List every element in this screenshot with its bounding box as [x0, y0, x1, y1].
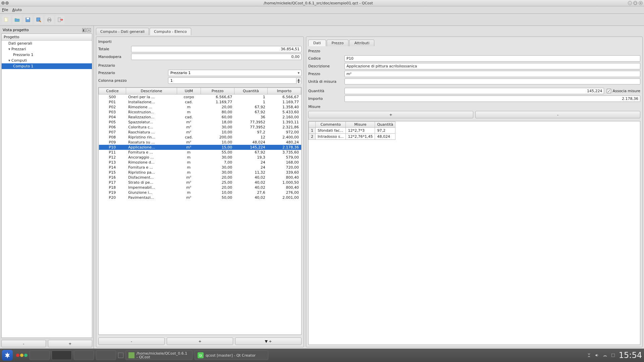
tab-dati-generali[interactable]: Computo - Dati generali — [96, 28, 149, 35]
clipboard-tray-icon[interactable] — [587, 353, 591, 358]
column-header[interactable] — [309, 122, 316, 128]
column-header[interactable]: Codice — [99, 88, 126, 95]
new-icon[interactable] — [2, 15, 11, 24]
column-header[interactable]: UdM — [177, 88, 201, 95]
taskbar-item-qtcreator[interactable]: Qt qcost [master] - Qt Creator — [195, 351, 268, 360]
saveas-icon[interactable] — [34, 15, 43, 24]
tab-elenco[interactable]: Computo - Elenco — [150, 28, 191, 35]
save-icon[interactable] — [23, 15, 32, 24]
table-row[interactable]: P18Impermeabil...m²20,0040,02800,40 — [99, 185, 301, 190]
table-row[interactable]: P11Fornitura e ...m55,0067,923.735,60 — [99, 150, 301, 155]
table-row[interactable]: P13Rimozione d...m7,0024168,00 — [99, 160, 301, 165]
importo-field[interactable]: 2.178,36 — [344, 96, 640, 102]
clock[interactable]: 15:54 — [619, 351, 642, 360]
tree-item[interactable]: Computo 1 — [2, 63, 92, 69]
misure-add-button[interactable]: + — [308, 111, 473, 118]
associa-checkbox[interactable]: ✓ Associa misure — [607, 89, 640, 93]
computo-table[interactable]: CodiceDescrizioneUdMPrezzoQuantitàImport… — [98, 87, 302, 335]
tree-item[interactable]: Prezzario 1 — [2, 52, 92, 58]
table-row[interactable]: P02Rimozione ...m20,0067,921.358,40 — [99, 105, 301, 110]
table-row[interactable]: P16Disfaciment...m²20,0040,02800,40 — [99, 175, 301, 180]
svg-rect-8 — [128, 352, 135, 358]
table-row[interactable]: P04Realizzazion...cad.60,00362.160,00 — [99, 115, 301, 120]
table-row[interactable]: P15Ripristino pa...m30,0011,32339,60 — [99, 170, 301, 175]
exit-icon[interactable] — [56, 15, 64, 24]
pager-slot[interactable] — [96, 351, 116, 360]
menu-aiuto[interactable]: Aiuto — [12, 8, 22, 12]
column-header[interactable]: Misure — [346, 122, 375, 128]
detail-tab-prezzo[interactable]: Prezzo — [327, 40, 349, 46]
misure-remove-button[interactable]: - — [475, 111, 640, 118]
codice-field[interactable]: P10 — [344, 55, 640, 62]
tree-item[interactable]: Dati generali — [2, 41, 92, 46]
tree-remove-button[interactable]: - — [1, 340, 46, 347]
print-icon[interactable] — [45, 15, 54, 24]
table-row[interactable]: P06Coloritura c...m²30,0077,39522.321,86 — [99, 125, 301, 130]
pager-slot[interactable] — [30, 351, 50, 360]
colonna-prezzo-spinner[interactable]: 1 ▲▼ — [168, 77, 302, 84]
panel-close-icon[interactable]: × — [87, 28, 91, 32]
svg-text:Qt: Qt — [199, 354, 202, 357]
row-more-button[interactable]: ▼ + — [235, 338, 302, 345]
table-row[interactable]: S00Oneri per la ...corpo6.566,6716.566,6… — [99, 95, 301, 100]
quantita-field[interactable]: 145,224 — [344, 88, 604, 94]
prezzo-group-label: Prezzo — [308, 49, 640, 53]
table-row[interactable]: P12Ancoraggio ...m30,0019,3579,00 — [99, 155, 301, 160]
network-tray-icon[interactable] — [603, 353, 607, 358]
column-header[interactable]: Quantità — [375, 122, 395, 128]
detail-tab-attributi[interactable]: Attributi — [349, 40, 374, 46]
volume-tray-icon[interactable] — [595, 353, 599, 358]
open-icon[interactable] — [13, 15, 21, 24]
descrizione-field[interactable]: Applicazione di pittura acrilsilossanica — [344, 63, 640, 69]
pager-slot[interactable] — [74, 351, 94, 360]
detail-pane: Dati Prezzo Attributi Prezzo CodiceP10 D… — [306, 37, 643, 347]
window-pin-icon[interactable] — [5, 1, 9, 5]
table-row[interactable]: P17Strato di pe...m²25,0040,021.000,50 — [99, 180, 301, 185]
column-header[interactable]: Importo — [267, 88, 301, 95]
prezzario-combo[interactable]: Prezzario 1 — [168, 70, 302, 76]
desktop-pager[interactable] — [16, 354, 28, 357]
table-row[interactable]: P03Ricostruzion...m80,0067,925.433,60 — [99, 110, 301, 115]
totale-field[interactable]: 36.854,51 — [131, 46, 302, 52]
window-menu-icon[interactable] — [1, 1, 5, 5]
row-remove-button[interactable]: - — [98, 338, 165, 345]
prezzo-field[interactable]: m² — [344, 71, 640, 77]
kde-start-button[interactable] — [2, 350, 13, 361]
tree-add-button[interactable]: + — [48, 340, 93, 347]
table-row[interactable]: P20Pavimentazi...m²50,0040,022.001,00 — [99, 195, 301, 200]
table-row[interactable]: 1Sfondati fac...12*2,7*397,2 — [309, 128, 395, 134]
table-row[interactable]: P19Giunzione i...m10,0027,6276,00 — [99, 190, 301, 195]
table-row[interactable]: P07Raschiatura ...m²10,0097,2972,00 — [99, 130, 301, 135]
misure-table[interactable]: CommentoMisureQuantità 1Sfondati fac...1… — [309, 121, 395, 140]
table-row[interactable]: P08Ripristino rin...cad.200,00122.400,00 — [99, 135, 301, 140]
prezzario-group-label: Prezzario — [98, 63, 302, 68]
table-row[interactable]: P05Spazzolatur...m²18,0077,39521.393,11 — [99, 120, 301, 125]
tree-item[interactable]: Prezzari — [2, 46, 92, 52]
row-add-button[interactable]: + — [167, 338, 233, 345]
menu-file[interactable]: File — [2, 8, 8, 12]
pager-slot[interactable] — [52, 351, 72, 360]
column-header[interactable]: Descrizione — [126, 88, 177, 95]
panel-float-icon[interactable]: ◧ — [82, 28, 86, 32]
detail-tab-dati[interactable]: Dati — [308, 40, 326, 46]
notifications-tray-icon[interactable] — [611, 353, 615, 358]
table-row[interactable]: P01Installazione...cad.1.169,7711.169,77 — [99, 100, 301, 105]
tree-item[interactable]: Computi — [2, 58, 92, 63]
panel-title: Vista progetto — [3, 28, 29, 32]
column-header[interactable]: Commento — [316, 122, 346, 128]
window-title: /home/mickele/QCost_0.6.1_src/doc/esempi… — [9, 1, 628, 5]
close-button[interactable]: × — [639, 1, 643, 5]
maximize-button[interactable]: ▢ — [633, 1, 637, 5]
manodopera-field[interactable]: 0,00 — [131, 54, 302, 60]
taskbar-item-qcost[interactable]: /home/mickele/QCost_0.6.1 - QCost — [125, 351, 193, 360]
um-field[interactable] — [344, 78, 640, 84]
table-row[interactable]: 2Intradosso s...12*2,76*1,4548,024 — [309, 134, 395, 140]
table-row[interactable]: P09Rasatura su ...m²10,0048,024480,24 — [99, 140, 301, 145]
show-desktop-icon[interactable] — [118, 353, 123, 358]
project-tree[interactable]: Progetto Dati generaliPrezzariPrezzario … — [1, 34, 92, 338]
column-header[interactable]: Prezzo — [201, 88, 234, 95]
column-header[interactable]: Quantità — [234, 88, 267, 95]
table-row[interactable]: P10Applicazione...m²15,00145,2242.178,36 — [99, 145, 301, 150]
table-row[interactable]: P14Fornitura e ...m30,0024720,00 — [99, 165, 301, 170]
minimize-button[interactable]: – — [628, 1, 632, 5]
